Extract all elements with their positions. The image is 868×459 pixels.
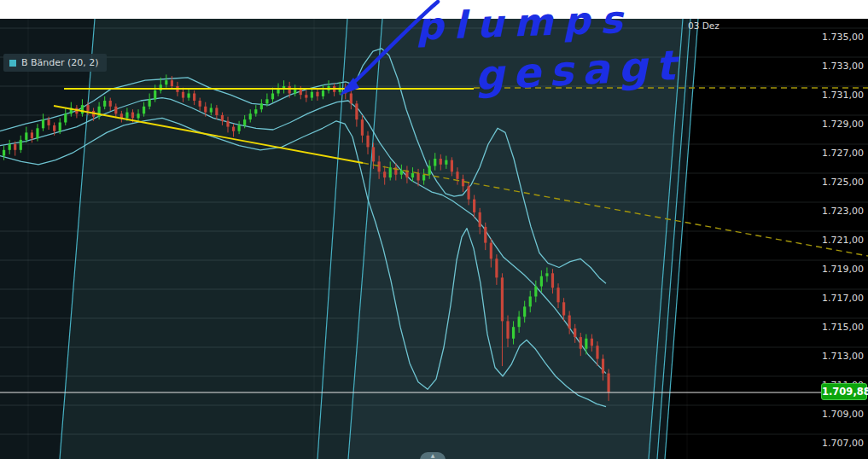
- y-axis-tick-label: 1.707,00: [822, 438, 864, 449]
- x-axis-date-label: 03 Dez: [688, 20, 719, 31]
- y-axis-tick-label: 1.733,00: [822, 61, 864, 72]
- legend-label: B Bänder (20, 2): [21, 57, 99, 68]
- y-axis-tick-label: 1.729,00: [822, 119, 864, 130]
- y-axis-tick-label: 1.731,00: [822, 90, 864, 101]
- indicator-legend[interactable]: B Bänder (20, 2): [3, 54, 107, 72]
- y-axis-tick-label: 1.735,00: [822, 32, 864, 43]
- panel-expand-handle[interactable]: ▲: [420, 452, 446, 459]
- trading-chart-window: B Bänder (20, 2) 03 Dez 1.735,001.733,00…: [0, 0, 868, 459]
- y-axis-tick-label: 1.709,00: [822, 409, 864, 420]
- y-axis-tick-label: 1.717,00: [822, 293, 864, 304]
- y-axis-tick-label: 1.723,00: [822, 206, 864, 217]
- candlestick-chart[interactable]: [0, 0, 868, 459]
- y-axis-tick-label: 1.719,00: [822, 264, 864, 275]
- current-price-badge: 1.709,88: [821, 383, 867, 400]
- legend-swatch-icon: [9, 60, 16, 67]
- y-axis-tick-label: 1.715,00: [822, 322, 864, 333]
- handwritten-annotation-plumps: plumps: [416, 0, 633, 48]
- expand-arrow-icon: ▲: [431, 452, 435, 458]
- y-axis-tick-label: 1.725,00: [822, 177, 864, 188]
- y-axis-tick-label: 1.727,00: [822, 148, 864, 159]
- y-axis-tick-label: 1.713,00: [822, 351, 864, 362]
- y-axis-tick-label: 1.721,00: [822, 235, 864, 246]
